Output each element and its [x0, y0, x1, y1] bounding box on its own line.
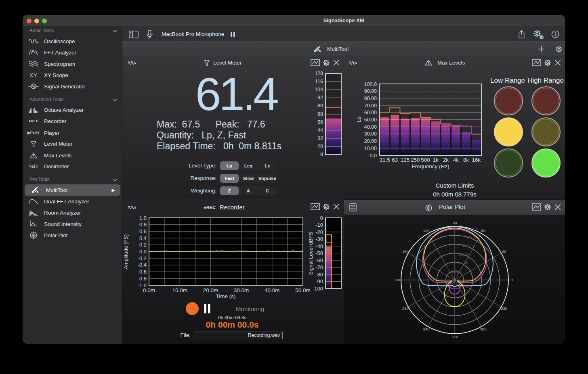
svg-text:128: 128 — [315, 71, 323, 76]
svg-text:68: 68 — [317, 111, 323, 117]
svg-text:100.0: 100.0 — [364, 81, 377, 87]
svg-text:40.0m: 40.0m — [265, 287, 280, 293]
svg-text:-0.4: -0.4 — [138, 262, 147, 268]
svg-text:2k: 2k — [443, 157, 449, 163]
svg-text:80.00: 80.00 — [364, 96, 377, 101]
svg-text:-90: -90 — [315, 278, 323, 284]
svg-text:63: 63 — [392, 157, 398, 163]
svg-text:16k: 16k — [472, 157, 481, 163]
svg-text:0.8: 0.8 — [139, 221, 147, 228]
svg-text:10.0m: 10.0m — [172, 287, 187, 293]
svg-text:30.0m: 30.0m — [234, 287, 249, 293]
svg-text:-20: -20 — [315, 229, 323, 235]
svg-text:-30: -30 — [315, 236, 323, 242]
svg-text:80: 80 — [317, 103, 323, 109]
svg-text:1.0: 1.0 — [473, 226, 478, 231]
svg-text:50.00: 50.00 — [364, 117, 377, 123]
svg-text:70.00: 70.00 — [364, 103, 377, 109]
svg-text:44: 44 — [317, 127, 323, 133]
svg-text:210: 210 — [402, 306, 409, 311]
svg-text:-10: -10 — [315, 222, 323, 228]
svg-text:166.7m: 166.7m — [452, 269, 465, 274]
svg-text:330: 330 — [501, 306, 507, 311]
svg-text:-60: -60 — [315, 257, 323, 263]
svg-text:-100: -100 — [313, 286, 323, 292]
svg-text:20.0m: 20.0m — [203, 287, 218, 293]
svg-text:116: 116 — [315, 79, 323, 84]
svg-text:104: 104 — [315, 87, 323, 92]
svg-text:10.00: 10.00 — [364, 146, 377, 151]
svg-text:300: 300 — [480, 327, 487, 331]
svg-text:32: 32 — [317, 136, 323, 141]
svg-text:Time (s): Time (s) — [216, 293, 236, 299]
svg-text:Signal Level dBFS: Signal Level dBFS — [308, 232, 314, 275]
svg-text:-0.2: -0.2 — [138, 255, 147, 261]
svg-text:0: 0 — [320, 215, 323, 221]
svg-text:Lp: Lp — [356, 117, 362, 122]
svg-text:-0.6: -0.6 — [138, 269, 147, 275]
svg-text:0.0m: 0.0m — [143, 287, 155, 293]
svg-text:270: 270 — [452, 334, 458, 339]
svg-text:150: 150 — [402, 249, 409, 254]
svg-text:333.3m: 333.3m — [455, 261, 468, 265]
svg-text:8k: 8k — [463, 157, 469, 163]
svg-text:-80: -80 — [315, 272, 323, 278]
svg-text:60.00: 60.00 — [364, 110, 377, 115]
svg-text:180: 180 — [395, 278, 401, 282]
svg-text:92: 92 — [317, 95, 323, 100]
svg-text:250: 250 — [411, 157, 420, 163]
svg-text:125: 125 — [401, 157, 410, 163]
svg-text:1k: 1k — [433, 157, 439, 163]
svg-text:Amplitude (FS): Amplitude (FS) — [123, 234, 129, 270]
svg-text:20: 20 — [317, 144, 323, 149]
svg-text:0.6: 0.6 — [139, 228, 147, 234]
svg-text:500: 500 — [421, 157, 430, 163]
svg-text:Frequency (Hz): Frequency (Hz) — [412, 163, 449, 169]
svg-text:90.00: 90.00 — [364, 88, 377, 94]
svg-text:60: 60 — [481, 228, 485, 233]
svg-text:240: 240 — [423, 327, 430, 331]
svg-text:0.4: 0.4 — [139, 235, 147, 241]
svg-text:8: 8 — [320, 152, 323, 157]
svg-text:40.00: 40.00 — [364, 124, 377, 130]
svg-text:20.00: 20.00 — [364, 138, 377, 144]
svg-text:4k: 4k — [453, 157, 459, 163]
svg-text:30.00: 30.00 — [364, 131, 377, 137]
svg-text:-40: -40 — [315, 243, 323, 249]
svg-text:-50: -50 — [315, 250, 323, 256]
svg-text:0: 0 — [510, 278, 512, 282]
svg-text:0.2: 0.2 — [139, 242, 147, 248]
svg-text:-70: -70 — [315, 264, 323, 270]
svg-text:31.5: 31.5 — [379, 157, 390, 163]
svg-text:0.0: 0.0 — [370, 153, 377, 159]
svg-text:1.0: 1.0 — [139, 215, 147, 221]
svg-text:666.7m: 666.7m — [462, 243, 475, 248]
svg-text:500.0m: 500.0m — [459, 252, 472, 257]
svg-text:0.0: 0.0 — [139, 249, 147, 255]
svg-text:90: 90 — [453, 221, 457, 225]
svg-text:120: 120 — [423, 228, 430, 233]
svg-text:30: 30 — [502, 249, 506, 254]
svg-text:56: 56 — [317, 119, 323, 125]
svg-text:-0.8: -0.8 — [138, 276, 147, 282]
